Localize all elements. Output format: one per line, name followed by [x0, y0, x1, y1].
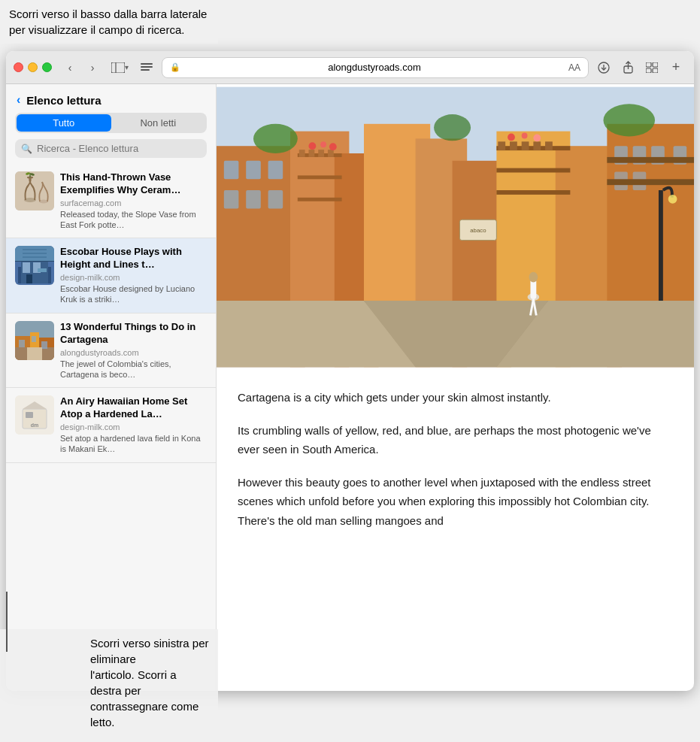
- url-bar[interactable]: 🔒 alongdustyroads.com AA: [162, 57, 589, 78]
- svg-rect-26: [38, 268, 47, 272]
- share-icon: [623, 61, 634, 74]
- list-item[interactable]: This Hand-Thrown Vase Exemplifies Why Ce…: [6, 164, 216, 238]
- svg-point-91: [529, 272, 538, 283]
- svg-rect-64: [299, 150, 305, 157]
- svg-point-79: [320, 141, 326, 147]
- article-area[interactable]: abaco: [217, 84, 694, 691]
- item-thumbnail: [15, 171, 54, 210]
- list-item[interactable]: 13 Wonderful Things to Do in Cartagena a…: [6, 313, 216, 388]
- sidebar-icon: [111, 62, 125, 73]
- sidebar-toggle-button[interactable]: ▾: [108, 59, 132, 77]
- nav-buttons: ‹ ›: [59, 59, 103, 76]
- item-thumbnail: [15, 246, 54, 285]
- svg-rect-71: [498, 141, 505, 150]
- add-tab-button[interactable]: +: [665, 59, 686, 77]
- download-icon: [598, 62, 610, 74]
- item-title: 13 Wonderful Things to Do in Cartagena: [60, 321, 207, 347]
- forward-button[interactable]: ›: [82, 59, 103, 76]
- item-thumbnail: dm: [15, 395, 54, 435]
- chevron-down-icon: ▾: [125, 63, 129, 71]
- svg-rect-68: [298, 175, 342, 179]
- svg-rect-61: [246, 190, 261, 208]
- filter-all-button[interactable]: Tutto: [17, 114, 111, 132]
- svg-point-16: [39, 200, 48, 204]
- item-excerpt: Escobar House designed by Luciano Kruk i…: [60, 283, 207, 305]
- sidebar-title: Elenco lettura: [26, 94, 101, 107]
- svg-rect-66: [318, 150, 324, 157]
- svg-rect-69: [298, 198, 342, 201]
- svg-rect-62: [268, 190, 283, 208]
- lock-icon: 🔒: [170, 62, 180, 72]
- svg-rect-75: [545, 141, 553, 150]
- filter-unread-button[interactable]: Non letti: [111, 114, 206, 132]
- tabs-button[interactable]: [641, 59, 662, 77]
- reader-aa-label: AA: [568, 62, 580, 73]
- svg-rect-11: [646, 68, 651, 73]
- tabs-grid-icon: [646, 62, 658, 73]
- svg-rect-4: [141, 69, 150, 71]
- minimize-button[interactable]: [28, 62, 38, 72]
- svg-rect-0: [111, 62, 125, 73]
- item-domain: design-milk.com: [60, 422, 207, 432]
- svg-point-98: [253, 124, 298, 153]
- item-info: An Airy Hawaiian Home Set Atop a Hardene…: [60, 395, 207, 454]
- search-input[interactable]: [37, 143, 201, 154]
- sidebar: ‹ Elenco lettura Tutto Non letti 🔍: [6, 84, 217, 691]
- svg-point-78: [308, 142, 316, 150]
- svg-rect-57: [224, 161, 239, 179]
- toolbar-right: +: [593, 59, 686, 77]
- svg-rect-25: [26, 274, 32, 283]
- svg-point-81: [508, 134, 515, 141]
- svg-rect-76: [496, 168, 570, 173]
- annotation-bottom: Scorri verso sinistra per eliminare l'ar…: [0, 629, 218, 742]
- svg-rect-65: [308, 150, 314, 157]
- svg-rect-73: [522, 141, 529, 150]
- article-body: Cartagena is a city which gets under you…: [217, 370, 694, 562]
- item-excerpt: Released today, the Slope Vase from East…: [60, 209, 207, 231]
- add-icon: +: [672, 59, 680, 75]
- list-item[interactable]: dm An Airy Hawaiian Home Set Atop a Hard…: [6, 388, 216, 462]
- item-excerpt: Set atop a hardened lava field in Kona i…: [60, 433, 207, 455]
- share-button[interactable]: [617, 59, 638, 77]
- svg-point-82: [522, 133, 528, 139]
- toolbar: ‹ › ▾ 🔒 alongdustyroads.com AA: [6, 51, 694, 84]
- svg-rect-39: [41, 341, 47, 349]
- svg-point-100: [603, 104, 655, 136]
- search-bar: 🔍: [15, 139, 207, 158]
- back-icon: ‹: [68, 62, 72, 74]
- item-domain: alongdustyroads.com: [60, 348, 207, 357]
- svg-text:dm: dm: [31, 422, 39, 428]
- annotation-line: [6, 592, 8, 652]
- item-info: 13 Wonderful Things to Do in Cartagena a…: [60, 321, 207, 380]
- sidebar-back-button[interactable]: ‹: [17, 93, 20, 107]
- list-item[interactable]: Escobar House Plays with Height and Line…: [6, 238, 216, 313]
- reader-mode-button[interactable]: [136, 59, 157, 77]
- url-text: alongdustyroads.com: [185, 62, 564, 73]
- svg-rect-44: [26, 412, 33, 418]
- svg-rect-77: [496, 190, 570, 195]
- forward-icon: ›: [91, 62, 95, 74]
- sidebar-header: ‹ Elenco lettura: [6, 84, 216, 113]
- filter-buttons: Tutto Non letti: [15, 113, 207, 133]
- svg-point-83: [533, 135, 541, 142]
- item-thumbnail: [15, 321, 54, 360]
- svg-rect-94: [659, 190, 663, 301]
- traffic-lights: [14, 62, 52, 72]
- close-button[interactable]: [14, 62, 23, 72]
- download-button[interactable]: [593, 59, 614, 77]
- article-paragraph: Cartagena is a city which gets under you…: [238, 388, 673, 407]
- item-domain: surfacemag.com: [60, 198, 207, 207]
- svg-rect-107: [607, 157, 694, 163]
- svg-rect-60: [224, 190, 239, 208]
- svg-rect-12: [653, 68, 658, 73]
- svg-rect-23: [23, 262, 30, 273]
- back-button[interactable]: ‹: [59, 59, 80, 76]
- maximize-button[interactable]: [42, 62, 52, 72]
- svg-rect-67: [328, 150, 334, 157]
- svg-point-99: [434, 114, 471, 141]
- svg-rect-59: [268, 161, 283, 179]
- item-title: Escobar House Plays with Height and Line…: [60, 246, 207, 271]
- svg-text:abaco: abaco: [470, 227, 486, 234]
- reader-icon: [141, 63, 153, 72]
- svg-rect-72: [510, 141, 517, 150]
